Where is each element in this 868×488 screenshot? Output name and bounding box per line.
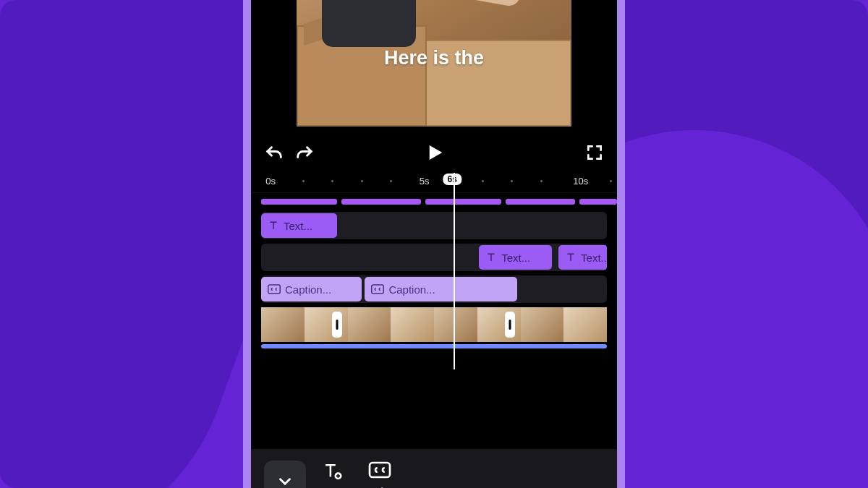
text-track[interactable]: Text... Text... xyxy=(261,244,607,271)
section-segment[interactable] xyxy=(506,199,575,205)
add-captions-button[interactable]: Captions xyxy=(359,461,399,488)
section-segment[interactable] xyxy=(261,199,337,205)
phone-screen: Here is the xyxy=(251,0,617,488)
section-segment[interactable] xyxy=(425,199,501,205)
video-preview-area: Here is the xyxy=(251,0,617,137)
playhead-time-badge[interactable]: 6s xyxy=(443,174,461,185)
ruler-tick: 10s xyxy=(573,176,588,187)
cc-icon xyxy=(368,461,391,481)
ruler-tick: 5s xyxy=(420,176,430,187)
video-thumbnail xyxy=(261,307,305,342)
caption-track[interactable]: Caption... Caption... xyxy=(261,275,607,303)
cc-icon xyxy=(371,284,384,294)
undo-icon xyxy=(264,144,284,164)
bottom-toolbar: Text Captions xyxy=(251,449,617,488)
trim-handle-right[interactable] xyxy=(505,312,515,338)
redo-icon xyxy=(294,144,315,164)
section-segment[interactable] xyxy=(579,199,617,205)
clip-label: Caption... xyxy=(388,283,435,296)
text-add-icon xyxy=(322,461,344,484)
svg-rect-0 xyxy=(268,285,281,294)
clip-label: Text... xyxy=(581,252,607,264)
caption-clip[interactable]: Caption... xyxy=(261,277,362,301)
svg-rect-1 xyxy=(372,285,384,294)
text-icon xyxy=(485,252,497,263)
section-markers-track[interactable] xyxy=(261,199,607,205)
timeline[interactable]: Text... Text... Text... xyxy=(251,193,617,449)
video-thumbnail xyxy=(563,307,607,342)
fullscreen-icon xyxy=(585,143,604,162)
play-button[interactable] xyxy=(423,142,445,163)
clip-label: Text... xyxy=(501,252,530,264)
caption-clip[interactable]: Caption... xyxy=(365,277,516,301)
collapse-toolbar-button[interactable] xyxy=(264,461,306,488)
section-segment[interactable] xyxy=(341,199,421,205)
text-clip[interactable]: Text... xyxy=(261,213,337,238)
clip-label: Text... xyxy=(284,220,312,232)
transport-bar xyxy=(251,137,617,173)
time-ruler[interactable]: 0s 5s 10s 6s xyxy=(251,173,617,193)
video-thumbnail xyxy=(521,307,564,342)
cc-icon xyxy=(268,284,281,294)
redo-button[interactable] xyxy=(294,144,315,164)
clip-selection[interactable] xyxy=(337,307,510,342)
clip-label: Caption... xyxy=(285,283,331,296)
text-icon xyxy=(565,252,576,263)
trim-handle-left[interactable] xyxy=(332,312,342,338)
text-clip[interactable]: Text... xyxy=(479,245,551,270)
chevron-down-icon xyxy=(276,472,294,488)
text-icon xyxy=(268,220,279,231)
play-icon xyxy=(423,142,445,163)
video-track[interactable] xyxy=(261,307,607,342)
svg-rect-3 xyxy=(370,463,390,477)
phone-frame: Here is the xyxy=(243,0,625,488)
fullscreen-button[interactable] xyxy=(585,143,604,162)
video-preview[interactable]: Here is the xyxy=(297,0,571,127)
text-track[interactable]: Text... xyxy=(261,212,607,239)
preview-caption-text: Here is the xyxy=(297,47,571,69)
text-clip[interactable]: Text... xyxy=(558,245,607,270)
undo-button[interactable] xyxy=(264,144,284,164)
audio-track[interactable] xyxy=(261,344,607,348)
ruler-tick: 0s xyxy=(265,176,276,187)
add-text-button[interactable]: Text xyxy=(322,461,344,488)
